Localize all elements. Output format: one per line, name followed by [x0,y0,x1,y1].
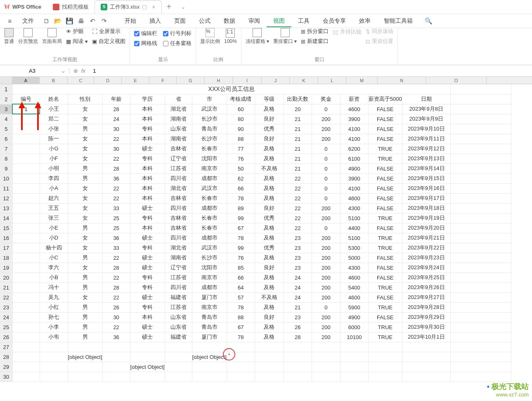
cell[interactable]: 福建省 [165,332,192,342]
menu-审阅[interactable]: 审阅 [242,15,267,26]
cell[interactable]: 专科 [130,124,165,134]
cell[interactable]: 孙七 [40,312,68,322]
cell[interactable]: TRUE [368,282,402,292]
cell[interactable]: FALSE [368,164,402,173]
cell[interactable]: 冯十 [40,282,68,292]
cell[interactable]: 4900 [340,312,368,322]
cell[interactable]: 5900 [340,302,368,312]
cell[interactable]: 4300 [340,263,368,273]
cell[interactable]: 2023年9月28日 [402,302,450,312]
zoom-100-button[interactable]: 1:1100% [224,28,237,44]
cell[interactable]: 长春市 [192,223,227,233]
cell[interactable]: 200 [312,233,340,243]
cell[interactable]: 省 [165,94,192,104]
cell[interactable]: 福建省 [165,292,192,302]
cell[interactable]: 200 [312,124,340,134]
cell[interactable]: 女 [68,134,102,144]
row-header[interactable]: 20 [0,273,12,282]
cell[interactable]: 成都市 [192,173,227,183]
cell[interactable]: 30 [102,144,130,154]
cell[interactable] [450,263,511,273]
cell[interactable]: 10100 [340,332,368,342]
cell[interactable]: 5000 [340,253,368,263]
cell[interactable]: 南京市 [192,164,227,173]
cell[interactable]: 99 [227,213,255,223]
cell[interactable]: 小李 [40,322,68,332]
column-header[interactable]: F [149,77,177,84]
row-header[interactable]: 5 [0,124,12,134]
cell[interactable]: FALSE [368,263,402,273]
cell[interactable]: FALSE [368,173,402,183]
cell[interactable]: FALSE [368,253,402,263]
cell[interactable] [450,332,511,342]
cell[interactable] [12,154,40,164]
row-header[interactable]: 23 [0,302,12,312]
cell[interactable]: 成都市 [192,203,227,213]
cell[interactable]: 女 [68,233,102,243]
cell[interactable]: 硕士 [130,322,165,332]
cell[interactable]: 市 [192,94,227,104]
menu-公式[interactable]: 公式 [192,15,217,26]
cell[interactable]: 5400 [340,282,368,292]
row-header[interactable]: 6 [0,134,12,144]
cell[interactable]: 长春市 [192,193,227,203]
cell[interactable] [227,372,255,382]
cell[interactable]: 200 [312,273,340,282]
cell[interactable]: 21 [284,124,312,134]
cell[interactable]: 本科 [130,134,165,144]
cell[interactable]: 及格 [255,183,284,193]
fullscreen-button[interactable]: ⛶ 全屏显示 [92,28,125,35]
cell[interactable] [368,342,402,352]
cell[interactable] [402,352,450,362]
cell[interactable]: 厦门市 [192,292,227,302]
cell[interactable]: 0 [312,104,340,114]
cell[interactable]: 67 [227,223,255,233]
cell[interactable] [192,342,227,352]
tab-menu-icon[interactable]: ⌄ [176,4,190,10]
cell[interactable]: 良好 [255,312,284,322]
formula-bar-checkbox[interactable]: 编辑栏 [134,30,157,37]
new-doc-icon[interactable]: 🗋 [40,17,52,24]
cell[interactable]: 2023年9月20日 [402,223,450,233]
fx-icon[interactable]: fx [81,68,85,74]
cell[interactable]: 女 [68,144,102,154]
cell[interactable] [450,193,511,203]
cell[interactable]: FALSE [368,124,402,134]
cell[interactable]: FALSE [368,193,402,203]
cell[interactable]: 李四 [40,173,68,183]
cell[interactable]: 21 [284,134,312,144]
cell[interactable]: 90 [227,124,255,134]
cell[interactable]: 4100 [340,124,368,134]
cell[interactable]: 28 [284,332,312,342]
cell[interactable]: 28 [102,104,130,114]
cell[interactable]: 33 [102,243,130,253]
task-pane-checkbox[interactable]: 任务窗格 [163,40,192,47]
cell[interactable] [12,282,40,292]
cell[interactable] [12,233,40,243]
cell[interactable]: 23 [284,233,312,243]
cell[interactable]: 22 [284,173,312,183]
cell[interactable] [312,362,340,372]
cell[interactable]: 22 [102,253,130,263]
cell[interactable]: 专科 [130,302,165,312]
column-header[interactable]: L [318,77,346,84]
cell[interactable]: 南京市 [192,273,227,282]
cell[interactable]: 女 [68,193,102,203]
open-icon[interactable]: 📂 [52,17,64,25]
cell[interactable]: 57 [227,292,255,302]
menu-会员专享[interactable]: 会员专享 [316,15,352,26]
cell[interactable]: 赵六 [40,193,68,203]
close-icon[interactable]: × [152,4,155,10]
cell[interactable] [130,342,165,352]
cell[interactable] [450,273,511,282]
cell[interactable] [284,372,312,382]
cell[interactable]: 江苏省 [165,273,192,282]
cell[interactable]: 200 [312,114,340,124]
cell[interactable]: 本科 [130,164,165,173]
row-header[interactable]: 2 [0,94,12,104]
hamburger-icon[interactable]: ≡ [4,17,16,24]
row-header[interactable]: 3 [0,104,12,114]
cell[interactable] [340,362,368,372]
cell[interactable]: 6100 [340,154,368,164]
cell[interactable]: TRUE [368,144,402,154]
